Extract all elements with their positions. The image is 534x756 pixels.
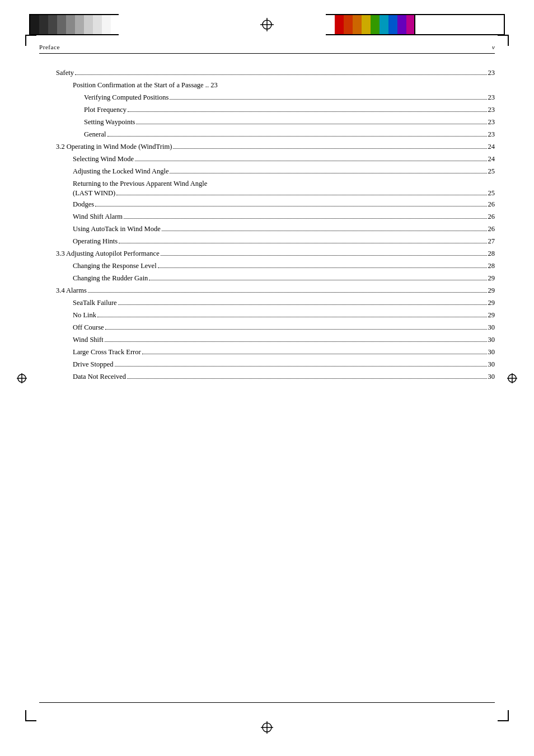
toc-content: Safety 23 Position Confirmation at the S… [39,62,495,694]
color-block [48,15,57,34]
list-item: Drive Stopped 30 [39,359,495,370]
list-item: No Link 29 [39,309,495,321]
list-item: Off Course 30 [39,322,495,333]
page-number: v [492,44,495,50]
bottom-crosshair [261,721,273,734]
footer-line [39,702,495,703]
list-item: Changing the Response Level 28 [39,260,495,271]
list-item: Operating Hints 27 [39,236,495,247]
list-item: Changing the Rudder Gain 29 [39,273,495,284]
side-crosshair-right [507,373,517,383]
corner-mark-tr [498,35,509,46]
list-item: Wind Shift 30 [39,334,495,345]
list-item: General 23 [39,129,495,140]
color-block [57,15,66,34]
list-item: Safety 23 [39,67,495,78]
list-item: Dodges 26 [39,199,495,210]
corner-mark-br [498,710,509,721]
color-block [39,15,48,34]
header-line [39,53,495,54]
list-item: Adjusting the Locked Wind Angle 25 [39,166,495,177]
list-item: Wind Shift Alarm 26 [39,211,495,222]
list-item: Large Cross Track Error 30 [39,346,495,358]
list-item: Data Not Received 30 [39,371,495,382]
color-block [102,15,111,34]
color-block [66,15,75,34]
list-item: Setting Waypoints 23 [39,116,495,128]
corner-mark-bl [25,710,36,721]
corner-mark-tl [25,35,36,46]
color-block [75,15,84,34]
list-item: 3.4 Alarms 29 [39,285,495,296]
section-label: Preface [39,44,60,50]
right-color-blocks [335,15,415,34]
list-item: Position Confirmation at the Start of a … [39,79,495,91]
color-block [93,15,102,34]
list-item: Selecting Wind Mode 24 [39,153,495,165]
color-block [84,15,93,34]
list-item: 3.3 Adjusting Autopilot Performance 28 [39,248,495,259]
list-item: Verifying Computed Positions 23 [39,92,495,103]
list-item: SeaTalk Failure 29 [39,297,495,308]
color-block [30,15,39,34]
side-crosshair-left [17,373,27,383]
list-item: Returning to the Previous Apparent Wind … [39,178,495,198]
list-item: Plot Frequency 23 [39,104,495,115]
toc-entries: Safety 23 Position Confirmation at the S… [39,62,495,382]
list-item: 3.2 Operating in Wind Mode (WindTrim) 24 [39,141,495,152]
list-item: Using AutoTack in Wind Mode 26 [39,223,495,234]
center-crosshair [260,18,274,31]
